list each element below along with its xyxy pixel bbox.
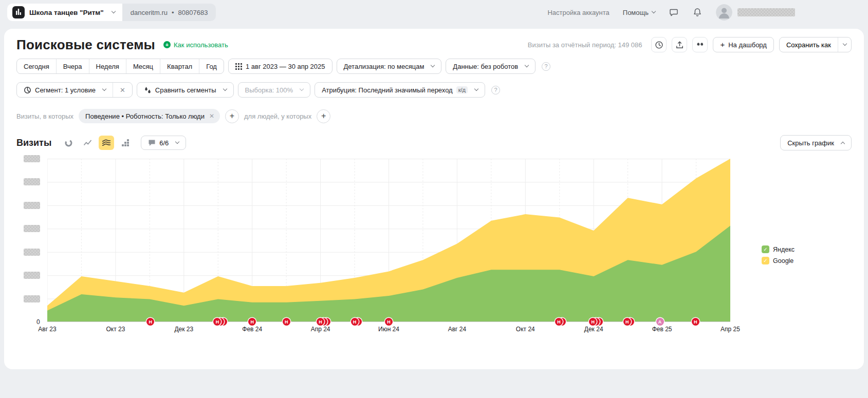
- segment-pie-icon: [24, 86, 31, 94]
- legend-checkbox[interactable]: ✓: [762, 257, 769, 264]
- counter-name: Школа танцев "Ритм": [29, 9, 104, 16]
- chart-type-columns-button[interactable]: [118, 136, 133, 150]
- x-axis-label: Июн 24: [378, 326, 399, 333]
- date-range-button[interactable]: 1 авг 2023 — 30 апр 2025: [228, 59, 333, 74]
- stacked-area-chart-icon: [102, 139, 111, 147]
- attribution-dropdown[interactable]: Атрибуция: Последний значимый переход к/…: [315, 82, 485, 98]
- x-axis-label: Фев 24: [242, 326, 262, 333]
- attribution-label: Атрибуция: Последний значимый переход: [322, 86, 453, 94]
- notifications-button[interactable]: [692, 7, 703, 17]
- save-as-button[interactable]: Сохранить как: [780, 37, 838, 52]
- help-icon[interactable]: ?: [491, 86, 500, 94]
- chart-type-line-button[interactable]: [80, 136, 95, 150]
- topbar: Школа танцев "Ритм" danceritm.ru • 80807…: [0, 0, 868, 25]
- chevron-down-icon: [300, 87, 304, 91]
- filters-row-periods: Сегодня Вчера Неделя Месяц Квартал Год 1…: [16, 59, 852, 74]
- page-header: Поисковые системы + Как использовать Виз…: [16, 34, 852, 55]
- compare-segments-dropdown[interactable]: Сравнить сегменты: [137, 82, 234, 98]
- chart-header: Визиты 6/6 Скрыть график: [16, 135, 852, 151]
- legend-item[interactable]: ✓Google: [762, 257, 795, 264]
- x-axis-label: Дек 24: [584, 326, 603, 333]
- visits-chart: 0 ННННННННННАН Авг 23Окт 23Дек 23Фев 24А…: [16, 159, 852, 335]
- chip-remove-icon[interactable]: ✕: [209, 112, 214, 120]
- how-to-use-label: Как использовать: [174, 41, 228, 49]
- chevron-down-icon: [111, 9, 115, 13]
- chevron-down-icon: [223, 87, 227, 91]
- marker-circle: А: [656, 318, 664, 326]
- y-axis-redacted-label: [24, 202, 40, 209]
- chevron-up-icon: [841, 142, 845, 146]
- chat-button[interactable]: [669, 7, 679, 17]
- y-axis-redacted-label: [24, 272, 40, 279]
- line-chart-icon: [83, 139, 92, 147]
- counter-domain[interactable]: danceritm.ru: [131, 9, 168, 16]
- y-axis-redacted-label: [24, 249, 40, 256]
- clock-icon: [655, 41, 663, 49]
- segment-dropdown[interactable]: Сегмент: 1 условие: [17, 83, 113, 97]
- metrica-logo-icon: [12, 6, 25, 18]
- period-week-button[interactable]: Неделя: [89, 59, 126, 73]
- comments-count: 6/6: [159, 139, 169, 147]
- close-icon: ✕: [120, 86, 125, 94]
- period-quarter-button[interactable]: Квартал: [160, 59, 199, 73]
- marker-circle: Н: [692, 318, 699, 326]
- chart-title: Визиты: [16, 138, 51, 148]
- chart-type-switcher: 6/6: [61, 136, 186, 150]
- history-button[interactable]: [651, 37, 667, 52]
- hide-chart-button[interactable]: Скрыть график: [780, 135, 852, 150]
- chart-type-area-button[interactable]: [99, 136, 114, 150]
- period-today-button[interactable]: Сегодня: [17, 59, 56, 73]
- data-filter-label: Данные: без роботов: [453, 63, 518, 70]
- compare-segments-label: Сравнить сегменты: [155, 86, 216, 94]
- calendar-grid-icon: [235, 63, 242, 70]
- add-to-dashboard-button[interactable]: + На дашборд: [713, 37, 773, 52]
- chart-type-pie-button[interactable]: [61, 136, 76, 150]
- y-axis-redacted-label: [24, 178, 40, 185]
- legend-checkbox[interactable]: ✓: [762, 245, 769, 253]
- detalization-dropdown[interactable]: Детализация: по месяцам: [337, 59, 442, 74]
- bell-icon: [692, 7, 703, 17]
- comments-button[interactable]: 6/6: [141, 136, 186, 150]
- marker-circle: Н: [317, 318, 324, 326]
- marker-circle: Н: [623, 318, 631, 326]
- sampling-dropdown[interactable]: Выборка: 100%: [238, 82, 311, 98]
- segment-label: Сегмент: 1 условие: [35, 86, 96, 94]
- counter-switcher[interactable]: Школа танцев "Ритм": [7, 4, 122, 21]
- period-quick-select: Сегодня Вчера Неделя Месяц Квартал Год: [16, 59, 224, 74]
- period-month-button[interactable]: Месяц: [126, 59, 160, 73]
- chevron-down-icon: [431, 63, 435, 67]
- avatar[interactable]: [716, 4, 732, 21]
- legend-item[interactable]: ✓Яндекс: [762, 245, 795, 253]
- how-to-use-link[interactable]: + Как использовать: [163, 41, 228, 49]
- x-axis-label: Авг 24: [448, 326, 466, 333]
- save-as-dropdown-button[interactable]: [838, 37, 851, 52]
- account-settings-link[interactable]: Настройка аккаунта: [547, 9, 609, 16]
- add-visit-condition-button[interactable]: +: [225, 109, 239, 123]
- separator-dot: •: [172, 9, 174, 16]
- data-filter-dropdown[interactable]: Данные: без роботов: [446, 59, 535, 74]
- date-range-label: 1 авг 2023 — 30 апр 2025: [246, 63, 325, 70]
- visits-period-summary: Визиты за отчётный период: 149 086: [528, 41, 642, 49]
- help-icon[interactable]: ?: [542, 62, 550, 71]
- export-button[interactable]: [672, 37, 687, 52]
- counter-meta: danceritm.ru • 80807683: [122, 4, 216, 21]
- segment-chip[interactable]: Поведение • Роботность: Только люди ✕: [79, 109, 220, 123]
- chat-bubble-icon: [669, 7, 679, 17]
- y-axis-redacted-label: [24, 155, 40, 162]
- chevron-down-icon: [842, 42, 846, 46]
- segment-clear-button[interactable]: ✕: [113, 83, 132, 97]
- y-axis-redacted-label: [24, 225, 40, 232]
- period-year-button[interactable]: Год: [199, 59, 224, 73]
- help-menu[interactable]: Помощь: [623, 9, 655, 16]
- add-people-condition-button[interactable]: +: [317, 109, 330, 123]
- visits-condition-label: Визиты, в которых: [16, 112, 73, 120]
- quotes-button[interactable]: [692, 37, 708, 52]
- x-axis-label: Окт 24: [516, 326, 535, 333]
- user-cluster: [716, 4, 795, 21]
- period-yesterday-button[interactable]: Вчера: [56, 59, 89, 73]
- y-axis-zero-label: 0: [36, 318, 40, 326]
- add-to-dashboard-label: На дашборд: [728, 41, 767, 49]
- chart-plot[interactable]: 0 ННННННННННАН: [47, 159, 730, 322]
- people-condition-label: для людей, у которых: [244, 112, 311, 120]
- chart-legend: ✓Яндекс✓Google: [762, 245, 795, 264]
